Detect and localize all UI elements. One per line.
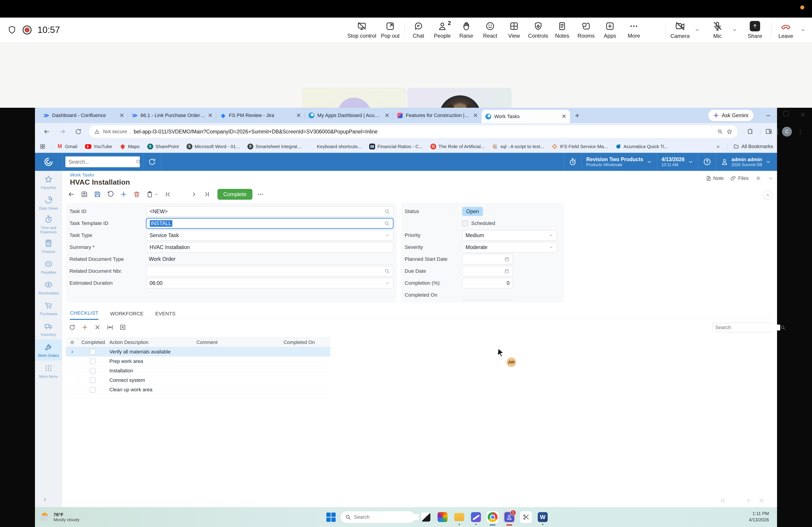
url-text[interactable]: bel-app-l3-011/SVDEMO/Main?CompanyID=202…	[133, 129, 714, 135]
tab-close-icon[interactable]: ✕	[208, 112, 213, 119]
global-search[interactable]	[66, 156, 140, 167]
react-button[interactable]: React	[480, 21, 500, 39]
sidebar-item-favorites[interactable]: Favorites	[35, 172, 62, 193]
severity-dropdown[interactable]: Moderate	[462, 242, 557, 253]
controls-button[interactable]: Controls	[528, 21, 548, 39]
tab-close-icon[interactable]: ✕	[385, 112, 390, 119]
collapse-panel-button[interactable]	[763, 191, 772, 200]
raise-hand-button[interactable]: Raise	[456, 21, 476, 39]
next-page-icon[interactable]	[745, 497, 752, 504]
column-header-action-description[interactable]: Action Description	[106, 340, 193, 345]
sidebar-item-inventory[interactable]: Inventory	[35, 319, 62, 340]
breadcrumb[interactable]: Work Tasks	[70, 172, 94, 178]
all-bookmarks-button[interactable]: All Bookmarks	[733, 144, 773, 149]
copy-paste-button[interactable]	[145, 189, 160, 199]
tab-work-tasks-active[interactable]: Work Tasks ✕	[481, 110, 570, 123]
customization-gear-icon[interactable]	[755, 175, 761, 181]
bookmark-youtube[interactable]: YouTube	[85, 144, 112, 149]
forward-icon[interactable]	[59, 128, 66, 135]
tab-aha[interactable]: Features for Construction | Aha! ✕	[393, 108, 481, 123]
last-record-button[interactable]	[202, 189, 212, 199]
grid-refresh-button[interactable]	[68, 323, 77, 332]
summary-field[interactable]: HVAC Installation	[146, 242, 393, 253]
back-icon[interactable]	[43, 128, 50, 135]
sidebar-item-receivables[interactable]: Receivables	[35, 277, 62, 298]
more-button[interactable]: More	[624, 21, 644, 39]
chat-button[interactable]: Chat	[408, 21, 428, 39]
complete-button[interactable]: Complete	[217, 189, 252, 200]
tools-chevron-icon[interactable]	[768, 176, 773, 181]
side-search-icon[interactable]	[765, 128, 772, 135]
sidebar-item-purchases[interactable]: Purchases	[35, 298, 62, 319]
table-row[interactable]: Installation	[66, 366, 330, 376]
camera-button[interactable]: Camera	[670, 21, 690, 39]
bookmark-financial-ratios[interactable]: Financial Ratios - C...	[369, 144, 423, 149]
user-menu[interactable]: admin admin2026 Summit DB	[716, 153, 777, 171]
table-row[interactable]: Connect system	[66, 376, 330, 385]
view-button[interactable]: View	[504, 21, 524, 39]
tab-close-icon[interactable]: ✕	[296, 112, 301, 119]
add-record-button[interactable]	[119, 189, 129, 199]
stop-control-button[interactable]: Stop control	[347, 21, 376, 39]
m365-app-icon[interactable]	[437, 511, 448, 523]
timer-button[interactable]	[564, 153, 581, 171]
snipping-tool-icon[interactable]	[520, 511, 532, 523]
apps-button[interactable]: Apps	[600, 21, 620, 39]
grid-delete-row-button[interactable]	[93, 323, 102, 332]
pop-out-button[interactable]: Pop out	[380, 21, 400, 39]
back-button[interactable]	[66, 189, 76, 199]
sidebar-item-work-orders[interactable]: Work Orders	[35, 340, 62, 361]
prev-page-icon[interactable]	[733, 497, 739, 504]
tab-close-icon[interactable]: ✕	[562, 113, 566, 120]
tab-close-icon[interactable]: ✕	[473, 112, 478, 119]
row-completed-checkbox[interactable]	[90, 387, 96, 393]
sidebar-item-more-items[interactable]: More Items	[35, 361, 62, 381]
file-explorer-icon[interactable]	[453, 511, 465, 523]
save-button[interactable]	[92, 189, 102, 199]
task-template-id-field[interactable]: INSTALL	[146, 218, 393, 229]
column-header-comment[interactable]: Comment	[193, 340, 280, 345]
bookmark-acumatica-tips[interactable]: Acumatica Quick Ti...	[615, 144, 668, 149]
row-completed-checkbox[interactable]	[90, 377, 96, 383]
taskbar-search-box[interactable]	[340, 511, 415, 523]
table-row[interactable]: Clean up work area	[66, 385, 330, 394]
acumatica-logo[interactable]	[35, 153, 62, 171]
apps-grid-icon[interactable]	[40, 144, 46, 150]
business-date-selector[interactable]: 4/13/202610:11 AM	[657, 153, 698, 171]
lookup-icon[interactable]	[384, 209, 390, 214]
column-header-completed-on[interactable]: Completed On	[280, 340, 330, 345]
tab-acumatica-dashboard[interactable]: My Apps Dashboard | Acumatica ✕	[305, 108, 393, 123]
taskbar-search-input[interactable]	[354, 514, 419, 520]
reload-icon[interactable]	[75, 128, 82, 135]
share-button[interactable]: Share	[745, 21, 765, 39]
company-selector[interactable]: Revision Two ProductsProducts Wholesale	[581, 153, 657, 171]
desktops-app-icon[interactable]	[420, 511, 432, 523]
pen-app-icon[interactable]	[470, 511, 482, 523]
omnibox[interactable]: Not secure bel-app-l3-011/SVDEMO/Main?Co…	[89, 125, 738, 138]
row-completed-checkbox[interactable]	[90, 358, 96, 364]
bookmark-maps[interactable]: Maps	[120, 144, 140, 149]
camera-menu-chevron-icon[interactable]	[695, 27, 700, 33]
chevron-down-icon[interactable]	[385, 281, 390, 286]
sidebar-expand-icon[interactable]	[42, 496, 48, 503]
calendar-icon[interactable]	[504, 257, 509, 262]
mic-button[interactable]: Mic	[708, 21, 727, 39]
first-page-icon[interactable]	[720, 497, 726, 504]
weather-widget[interactable]: 76°FMostly cloudy	[40, 512, 79, 522]
estimated-duration-dropdown[interactable]: 06:00	[146, 278, 393, 288]
word-app-icon[interactable]: W	[537, 511, 549, 523]
bookmark-gmail[interactable]: MGmail	[57, 144, 77, 149]
previous-record-button[interactable]	[176, 189, 186, 199]
files-button[interactable]: Files	[730, 175, 749, 181]
planned-start-date-field[interactable]	[462, 254, 513, 265]
lookup-icon[interactable]	[384, 268, 390, 274]
row-completed-checkbox[interactable]	[90, 368, 96, 374]
chevron-down-icon[interactable]	[385, 233, 390, 238]
lookup-icon[interactable]	[384, 221, 390, 226]
column-header-completed[interactable]: Completed	[78, 340, 106, 345]
undo-button[interactable]	[105, 189, 115, 199]
taskbar-clock[interactable]: 1:11 PM 4/13/2026	[749, 510, 769, 523]
start-button[interactable]	[327, 513, 336, 522]
grid-add-row-button[interactable]	[80, 323, 89, 332]
last-page-icon[interactable]	[758, 497, 765, 504]
